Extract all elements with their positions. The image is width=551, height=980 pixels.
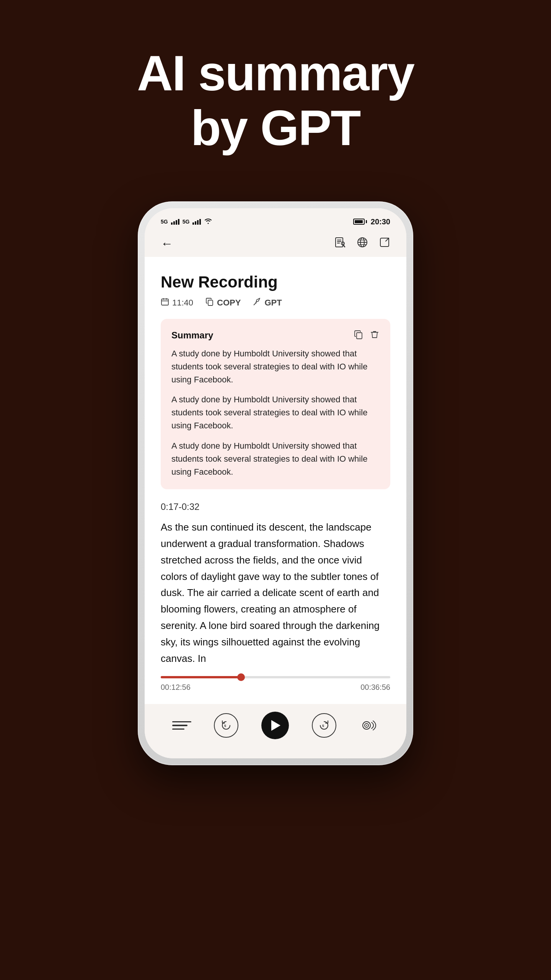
transcript-section: 0:17-0:32 As the sun continued its desce… — [161, 501, 390, 667]
globe-icon[interactable] — [357, 237, 368, 251]
gpt-icon — [253, 297, 261, 308]
copy-icon — [205, 297, 214, 308]
svg-text:5: 5 — [224, 724, 226, 728]
hero-title: AI summary by GPT — [137, 46, 414, 155]
total-time: 00:36:56 — [360, 683, 390, 692]
player-section: 00:12:56 00:36:56 — [145, 667, 406, 704]
svg-point-26 — [366, 725, 367, 726]
svg-rect-15 — [161, 299, 168, 305]
recording-meta: 11:40 COPY — [161, 297, 390, 308]
svg-point-20 — [256, 302, 257, 304]
summary-card: Summary — [161, 319, 390, 489]
summary-text-3: A study done by Humboldt University show… — [171, 439, 380, 479]
play-circle — [261, 712, 289, 739]
rewind-circle: 5 — [214, 713, 238, 738]
calendar-icon — [161, 297, 169, 308]
rewind-button[interactable]: 5 — [214, 713, 238, 738]
phone-screen: 5G 5G — [145, 208, 406, 758]
summary-text-2: A study done by Humboldt University show… — [171, 393, 380, 432]
current-time: 00:12:56 — [161, 683, 191, 692]
phone-mockup: 5G 5G — [138, 201, 413, 765]
content-area: New Recording 11:40 — [145, 257, 406, 667]
forward-button[interactable]: 5 — [312, 713, 336, 738]
transcript-time-range: 0:17-0:32 — [161, 501, 390, 512]
nav-right-icons — [334, 237, 390, 251]
summary-delete-icon[interactable] — [370, 330, 380, 341]
back-button[interactable]: ← — [161, 237, 173, 251]
voice-button[interactable] — [359, 715, 379, 735]
transcript-text: As the sun continued its descent, the la… — [161, 519, 390, 667]
copy-action[interactable]: COPY — [205, 297, 241, 308]
gpt-action[interactable]: GPT — [253, 297, 282, 308]
play-button[interactable] — [261, 712, 289, 739]
hero-title-line2: by GPT — [191, 100, 360, 156]
nav-bar: ← — [145, 230, 406, 257]
progress-bar[interactable] — [161, 676, 390, 678]
summary-copy-icon[interactable] — [354, 330, 364, 341]
summary-label: Summary — [171, 330, 213, 341]
svg-text:5: 5 — [322, 724, 324, 728]
summary-actions — [354, 330, 380, 341]
menu-line-3 — [172, 728, 184, 730]
share-icon[interactable] — [379, 237, 390, 251]
time-labels: 00:12:56 00:36:56 — [161, 683, 390, 692]
svg-line-14 — [386, 238, 389, 241]
recording-time: 11:40 — [161, 297, 193, 308]
summary-header: Summary — [171, 330, 380, 341]
play-icon — [271, 720, 280, 731]
wifi-icon — [204, 217, 212, 226]
menu-line-2 — [172, 725, 187, 726]
recording-title: New Recording — [161, 273, 390, 291]
player-controls: 5 5 — [145, 704, 406, 758]
status-bar: 5G 5G — [145, 208, 406, 230]
battery-icon — [353, 219, 367, 225]
menu-button[interactable] — [172, 721, 191, 730]
forward-circle: 5 — [312, 713, 336, 738]
status-right: 20:30 — [353, 217, 390, 226]
menu-line-1 — [172, 721, 191, 723]
voice-icon — [359, 715, 379, 735]
hero-title-line1: AI summary — [137, 45, 414, 101]
progress-fill — [161, 676, 241, 678]
summary-text-1: A study done by Humboldt University show… — [171, 347, 380, 386]
transcript-icon[interactable] — [334, 237, 346, 251]
status-left: 5G 5G — [161, 217, 212, 226]
network1-label: 5G — [161, 219, 168, 225]
svg-rect-21 — [357, 333, 362, 339]
svg-rect-19 — [208, 300, 213, 305]
progress-thumb[interactable] — [237, 673, 245, 681]
signal-bars-1 — [171, 219, 179, 225]
network2-label: 5G — [183, 219, 190, 225]
signal-bars-2 — [192, 219, 201, 225]
status-time: 20:30 — [371, 217, 390, 226]
